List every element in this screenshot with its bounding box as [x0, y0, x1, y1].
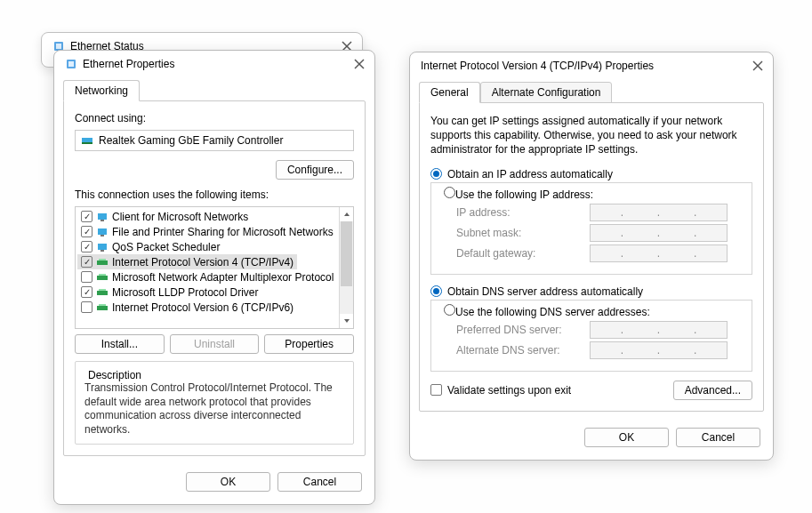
svg-rect-9	[82, 142, 92, 144]
adapter-box[interactable]: Realtek Gaming GbE Family Controller	[75, 130, 354, 151]
cancel-button[interactable]: Cancel	[676, 428, 760, 447]
window-title: Ethernet Properties	[83, 58, 174, 70]
window-title: Internet Protocol Version 4 (TCP/IPv4) P…	[421, 60, 654, 72]
radio-ip-manual[interactable]: Use the following IP address:	[440, 187, 597, 201]
svg-rect-15	[100, 250, 104, 252]
properties-button[interactable]: Properties	[264, 334, 354, 354]
svg-rect-22	[97, 306, 108, 310]
alternate-dns-input: ...	[590, 341, 728, 359]
subnet-mask-label: Subnet mask:	[456, 227, 590, 239]
protocol-icon	[96, 301, 109, 314]
ipv4-properties-dialog: Internet Protocol Version 4 (TCP/IPv4) P…	[409, 52, 774, 461]
protocol-icon	[96, 286, 109, 299]
svg-rect-23	[99, 304, 106, 306]
item-label: Microsoft Network Adapter Multiplexor Pr…	[112, 271, 334, 284]
ip-address-label: IP address:	[456, 206, 590, 219]
install-button[interactable]: Install...	[75, 334, 165, 354]
default-gateway-label: Default gateway:	[456, 247, 590, 260]
scroll-down-icon[interactable]	[340, 314, 353, 328]
connection-items-list[interactable]: Client for Microsoft NetworksFile and Pr…	[75, 206, 354, 329]
connect-using-label: Connect using:	[75, 112, 354, 124]
advanced-button[interactable]: Advanced...	[673, 381, 752, 400]
scrollbar[interactable]	[339, 207, 354, 328]
qos-icon	[96, 241, 109, 253]
svg-rect-10	[98, 213, 107, 220]
list-item[interactable]: Internet Protocol Version 4 (TCP/IPv4)	[77, 254, 297, 269]
item-checkbox[interactable]	[81, 271, 92, 283]
description-text: Transmission Control Protocol/Internet P…	[84, 381, 344, 437]
item-checkbox[interactable]	[81, 211, 92, 222]
list-item[interactable]: QoS Packet Scheduler	[77, 239, 338, 254]
item-checkbox[interactable]	[81, 226, 92, 237]
item-label: Microsoft LLDP Protocol Driver	[112, 286, 259, 299]
list-item[interactable]: Internet Protocol Version 6 (TCP/IPv6)	[77, 300, 338, 315]
cancel-button[interactable]: Cancel	[277, 472, 362, 492]
scroll-thumb[interactable]	[341, 221, 352, 286]
default-gateway-input: ...	[590, 244, 728, 262]
configure-button[interactable]: Configure...	[276, 160, 354, 180]
ok-button[interactable]: OK	[186, 472, 270, 492]
ip-address-input: ...	[590, 204, 728, 221]
tab-general[interactable]: General	[419, 82, 480, 103]
list-item[interactable]: Microsoft Network Adapter Multiplexor Pr…	[77, 269, 338, 285]
info-text: You can get IP settings assigned automat…	[430, 114, 752, 157]
svg-rect-12	[98, 228, 107, 235]
item-checkbox[interactable]	[81, 256, 92, 268]
alternate-dns-label: Alternate DNS server:	[456, 344, 590, 357]
client-icon	[96, 211, 109, 223]
svg-rect-16	[97, 261, 108, 265]
item-checkbox[interactable]	[81, 286, 92, 298]
close-icon[interactable]	[752, 60, 764, 72]
svg-rect-11	[100, 220, 104, 221]
radio-dns-manual[interactable]: Use the following DNS server addresses:	[440, 304, 654, 318]
adapter-name: Realtek Gaming GbE Family Controller	[99, 134, 283, 147]
share-icon	[96, 226, 109, 238]
close-icon[interactable]	[353, 58, 366, 70]
svg-rect-21	[99, 289, 106, 291]
tab-networking[interactable]: Networking	[63, 80, 140, 101]
item-checkbox[interactable]	[81, 241, 92, 252]
description-label: Description	[84, 369, 145, 381]
preferred-dns-label: Preferred DNS server:	[456, 324, 590, 336]
svg-rect-13	[100, 235, 104, 236]
protocol-icon	[96, 271, 109, 284]
svg-rect-17	[99, 259, 106, 261]
svg-rect-14	[98, 244, 107, 250]
list-item[interactable]: Microsoft LLDP Protocol Driver	[77, 285, 338, 300]
item-label: QoS Packet Scheduler	[112, 241, 220, 253]
item-label: File and Printer Sharing for Microsoft N…	[112, 226, 334, 238]
protocol-icon	[96, 256, 109, 269]
item-label: Internet Protocol Version 4 (TCP/IPv4)	[112, 256, 293, 269]
svg-marker-25	[344, 319, 350, 323]
item-label: Internet Protocol Version 6 (TCP/IPv6)	[112, 301, 293, 314]
item-checkbox[interactable]	[81, 301, 92, 313]
subnet-mask-input: ...	[590, 224, 728, 242]
network-icon	[65, 58, 77, 70]
nic-icon	[81, 134, 93, 147]
ok-button[interactable]: OK	[584, 428, 669, 447]
svg-rect-20	[97, 291, 108, 295]
svg-rect-18	[97, 276, 108, 280]
radio-ip-auto[interactable]: Obtain an IP address automatically	[430, 166, 752, 182]
ethernet-properties-dialog: Ethernet Properties Networking Connect u…	[53, 50, 375, 505]
svg-rect-5	[68, 61, 74, 67]
svg-rect-1	[56, 44, 61, 49]
tab-alternate-config[interactable]: Alternate Configuration	[480, 82, 613, 103]
items-label: This connection uses the following items…	[75, 188, 354, 201]
scroll-up-icon[interactable]	[340, 207, 353, 221]
list-item[interactable]: Client for Microsoft Networks	[77, 209, 338, 224]
preferred-dns-input: ...	[590, 321, 728, 339]
radio-dns-auto[interactable]: Obtain DNS server address automatically	[430, 284, 752, 300]
validate-checkbox[interactable]: Validate settings upon exit	[430, 384, 571, 397]
svg-marker-24	[344, 212, 350, 216]
svg-rect-19	[99, 274, 106, 276]
uninstall-button: Uninstall	[170, 334, 260, 354]
list-item[interactable]: File and Printer Sharing for Microsoft N…	[77, 224, 338, 239]
item-label: Client for Microsoft Networks	[112, 211, 248, 223]
